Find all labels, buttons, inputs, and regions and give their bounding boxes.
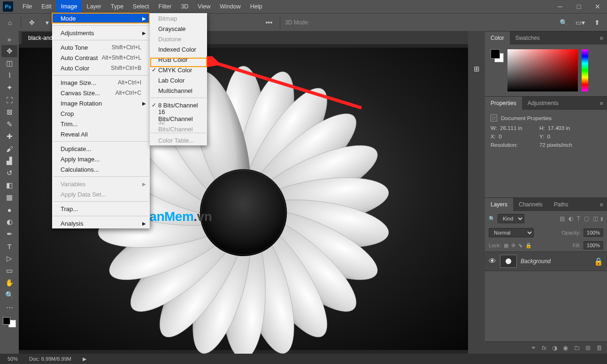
hand-tool[interactable]: ✋ bbox=[1, 277, 17, 289]
lock-position-icon[interactable]: ✜ bbox=[511, 243, 515, 249]
menu-mode[interactable]: Mode▶ bbox=[52, 13, 150, 23]
dodge-tool[interactable]: ◐ bbox=[1, 216, 17, 228]
lock-icon[interactable]: 🔒 bbox=[594, 257, 603, 266]
menu-auto-color[interactable]: Auto ColorShift+Ctrl+B bbox=[52, 63, 150, 73]
filter-adjust-icon[interactable]: ◐ bbox=[569, 215, 573, 222]
doc-info[interactable]: Doc: 8.99M/8.99M bbox=[29, 356, 71, 362]
mode-grayscale[interactable]: Grayscale bbox=[150, 23, 207, 34]
menu-3d[interactable]: 3D bbox=[176, 0, 193, 13]
lock-pixels-icon[interactable]: ▦ bbox=[504, 243, 508, 249]
menu-window[interactable]: Window bbox=[215, 0, 245, 13]
mode-bitmap[interactable]: Bitmap bbox=[150, 13, 207, 23]
shape-tool[interactable]: ▭ bbox=[1, 265, 17, 277]
search-icon[interactable]: 🔍 bbox=[557, 16, 569, 29]
fx-icon[interactable]: fx bbox=[542, 344, 546, 351]
brush-tool[interactable]: 🖌 bbox=[1, 143, 17, 155]
menu-apply-data-set[interactable]: Apply Data Set... bbox=[52, 189, 150, 199]
panel-menu-icon[interactable]: ≡ bbox=[596, 201, 607, 208]
mask-icon[interactable]: ◑ bbox=[552, 344, 557, 351]
panel-menu-icon[interactable]: ≡ bbox=[596, 100, 607, 107]
menu-image-size[interactable]: Image Size...Alt+Ctrl+I bbox=[52, 77, 150, 88]
mode-multichannel[interactable]: Multichannel bbox=[150, 85, 207, 96]
menu-analysis[interactable]: Analysis▶ bbox=[52, 218, 150, 228]
menu-adjustments[interactable]: Adjustments▶ bbox=[52, 28, 150, 38]
menu-variables[interactable]: Variables▶ bbox=[52, 179, 150, 189]
menu-crop[interactable]: Crop bbox=[52, 108, 150, 119]
filter-toggle[interactable]: ▮ bbox=[600, 216, 603, 222]
mode-duotone[interactable]: Duotone bbox=[150, 34, 207, 44]
mode-32bit[interactable]: 32 Bits/Channel bbox=[150, 121, 207, 131]
color-swatches[interactable] bbox=[3, 317, 16, 327]
menu-view[interactable]: View bbox=[193, 0, 215, 13]
eraser-tool[interactable]: ◧ bbox=[1, 179, 17, 191]
type-tool[interactable]: T bbox=[1, 240, 17, 252]
menu-apply-image[interactable]: Apply Image... bbox=[52, 154, 150, 164]
window-close-button[interactable]: ✕ bbox=[588, 0, 607, 13]
menu-edit[interactable]: Edit bbox=[37, 0, 56, 13]
menu-image-rotation[interactable]: Image Rotation▶ bbox=[52, 98, 150, 108]
history-brush-tool[interactable]: ↺ bbox=[1, 167, 17, 179]
new-layer-icon[interactable]: ⊞ bbox=[585, 344, 591, 351]
pen-tool[interactable]: ✒ bbox=[1, 228, 17, 240]
menu-select[interactable]: Select bbox=[128, 0, 154, 13]
layer-filter-kind[interactable]: Kind bbox=[498, 214, 524, 223]
filter-smart-icon[interactable]: ◫ bbox=[593, 215, 598, 222]
lock-all-icon[interactable]: 🔒 bbox=[525, 243, 532, 249]
tool-handle[interactable]: » bbox=[1, 33, 17, 45]
move-tool[interactable]: ✥ bbox=[1, 45, 17, 57]
mode-rgb[interactable]: RGB Color bbox=[150, 54, 207, 65]
lasso-tool[interactable]: ⌇ bbox=[1, 69, 17, 82]
fill-value[interactable]: 100% bbox=[584, 241, 603, 250]
marquee-tool[interactable]: ◫ bbox=[1, 57, 17, 69]
window-minimize-button[interactable]: ─ bbox=[551, 0, 569, 13]
visibility-icon[interactable]: 👁 bbox=[489, 257, 496, 265]
dropdown-icon[interactable]: ▾ bbox=[41, 16, 53, 29]
menu-type[interactable]: Type bbox=[106, 0, 128, 13]
group-icon[interactable]: 🗀 bbox=[574, 344, 580, 351]
path-select-tool[interactable]: ▷ bbox=[1, 252, 17, 265]
lock-artboard-icon[interactable]: ⬊ bbox=[518, 243, 522, 249]
tab-swatches[interactable]: Swatches bbox=[510, 31, 546, 45]
tab-properties[interactable]: Properties bbox=[485, 97, 522, 110]
delete-layer-icon[interactable]: 🗑 bbox=[596, 344, 602, 351]
menu-reveal-all[interactable]: Reveal All bbox=[52, 129, 150, 139]
mode-color-table[interactable]: Color Table... bbox=[150, 135, 207, 145]
share-icon[interactable]: ⬆ bbox=[591, 16, 603, 29]
menu-calculations[interactable]: Calculations... bbox=[52, 164, 150, 174]
menu-image[interactable]: Image bbox=[56, 0, 82, 13]
mode-lab[interactable]: Lab Color bbox=[150, 75, 207, 85]
filter-shape-icon[interactable]: ▢ bbox=[584, 215, 589, 222]
filter-type-icon[interactable]: T bbox=[577, 215, 580, 222]
gradient-tool[interactable]: ▦ bbox=[1, 191, 17, 204]
mode-indexed[interactable]: Indexed Color bbox=[150, 44, 207, 54]
filter-pixel-icon[interactable]: ▧ bbox=[560, 215, 565, 222]
tab-layers[interactable]: Layers bbox=[485, 198, 513, 211]
move-tool-icon[interactable]: ✥ bbox=[26, 16, 38, 29]
color-picker[interactable] bbox=[491, 49, 601, 91]
tab-adjustments[interactable]: Adjustments bbox=[522, 97, 564, 110]
workspace-icon[interactable]: ▭▾ bbox=[574, 16, 586, 29]
stamp-tool[interactable]: ▟ bbox=[1, 155, 17, 167]
mode-cmyk[interactable]: CMYK Color bbox=[150, 65, 207, 75]
collapsed-panel-icon[interactable]: ⊞ bbox=[469, 63, 484, 75]
menu-layer[interactable]: Layer bbox=[82, 0, 106, 13]
frame-tool[interactable]: ⊠ bbox=[1, 106, 17, 118]
blur-tool[interactable]: ● bbox=[1, 204, 17, 216]
tab-color[interactable]: Color bbox=[485, 31, 510, 45]
adjustment-layer-icon[interactable]: ◉ bbox=[563, 344, 568, 351]
zoom-tool[interactable]: 🔍 bbox=[1, 289, 17, 301]
layer-row-background[interactable]: 👁 Background 🔒 bbox=[485, 251, 607, 271]
menu-auto-contrast[interactable]: Auto ContrastAlt+Shift+Ctrl+L bbox=[52, 53, 150, 63]
dots-icon[interactable]: ••• bbox=[263, 16, 275, 29]
layer-thumbnail[interactable] bbox=[500, 255, 517, 268]
tab-channels[interactable]: Channels bbox=[513, 198, 548, 211]
crop-tool[interactable]: ⛶ bbox=[1, 94, 17, 106]
menu-file[interactable]: File bbox=[18, 0, 37, 13]
zoom-level[interactable]: 50% bbox=[8, 356, 18, 362]
menu-trim[interactable]: Trim... bbox=[52, 119, 150, 129]
opacity-value[interactable]: 100% bbox=[584, 228, 603, 237]
edit-toolbar[interactable]: ⋯ bbox=[1, 301, 17, 313]
magic-wand-tool[interactable]: ✦ bbox=[1, 82, 17, 94]
status-arrow-icon[interactable]: ▶ bbox=[83, 356, 86, 362]
home-icon[interactable]: ⌂ bbox=[4, 16, 16, 29]
